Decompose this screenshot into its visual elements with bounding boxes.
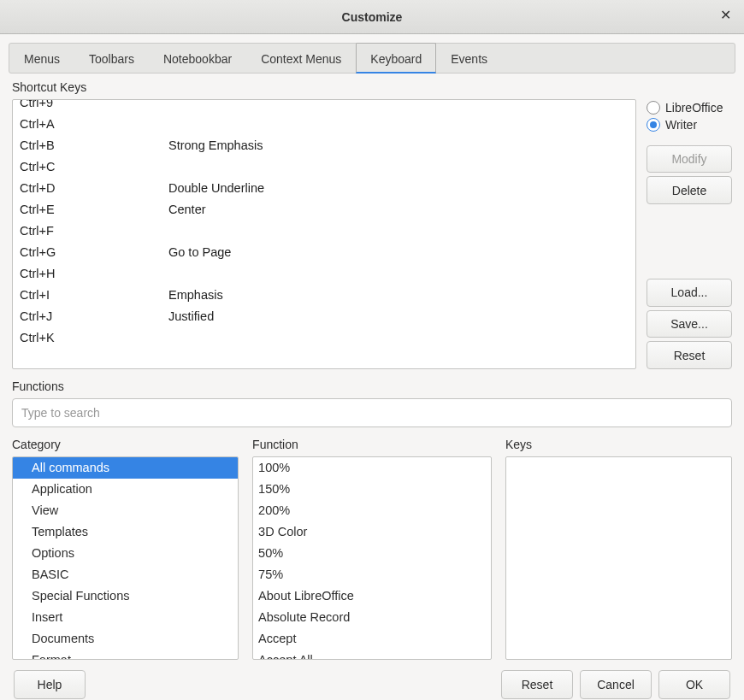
load-button[interactable]: Load...: [647, 279, 732, 307]
function-item[interactable]: 100%: [253, 457, 491, 479]
function-item[interactable]: 50%: [253, 543, 491, 564]
reset-button[interactable]: Reset: [501, 670, 573, 699]
radio-icon: [647, 118, 660, 132]
function-item[interactable]: Absolute Record: [253, 607, 491, 628]
function-item[interactable]: About LibreOffice: [253, 585, 491, 607]
tab-notebookbar[interactable]: Notebookbar: [149, 43, 246, 74]
window-title: Customize: [342, 10, 403, 24]
shortcut-key: Ctrl+B: [20, 138, 168, 152]
category-header: Category: [12, 438, 239, 451]
shortcut-row[interactable]: Ctrl+C: [13, 156, 635, 177]
shortcut-row[interactable]: Ctrl+9: [13, 99, 635, 113]
shortcut-row[interactable]: Ctrl+F: [13, 220, 635, 241]
category-item[interactable]: View: [13, 500, 238, 521]
scope-radio-writer[interactable]: Writer: [647, 116, 732, 133]
category-item[interactable]: All commands: [13, 457, 238, 479]
close-icon[interactable]: ✕: [717, 7, 734, 24]
save-button[interactable]: Save...: [647, 310, 732, 338]
tab-events[interactable]: Events: [436, 43, 502, 74]
category-item[interactable]: Insert: [13, 607, 238, 628]
function-item[interactable]: Accept: [253, 628, 491, 650]
shortcut-key: Ctrl+A: [20, 117, 168, 131]
help-button[interactable]: Help: [14, 670, 86, 699]
shortcut-key: Ctrl+D: [20, 181, 168, 195]
cancel-button[interactable]: Cancel: [580, 670, 652, 699]
tab-bar: MenusToolbarsNotebookbarContext MenusKey…: [9, 43, 735, 74]
radio-label: Writer: [665, 118, 697, 132]
shortcut-key: Ctrl+K: [20, 331, 168, 344]
shortcut-row[interactable]: Ctrl+JJustified: [13, 305, 635, 326]
category-item[interactable]: Options: [13, 543, 238, 564]
shortcut-action: Justified: [168, 309, 629, 323]
function-list[interactable]: 100%150%200%3D Color50%75%About LibreOff…: [252, 456, 492, 660]
shortcut-action: Strong Emphasis: [168, 138, 629, 152]
shortcut-key: Ctrl+J: [20, 309, 168, 323]
shortcut-action: Double Underline: [168, 181, 629, 195]
shortcut-row[interactable]: Ctrl+K: [13, 326, 635, 348]
category-item[interactable]: Documents: [13, 628, 238, 650]
tab-menus[interactable]: Menus: [9, 43, 74, 74]
delete-button[interactable]: Delete: [647, 176, 732, 204]
tab-toolbars[interactable]: Toolbars: [74, 43, 149, 74]
category-item[interactable]: BASIC: [13, 564, 238, 585]
function-item[interactable]: 75%: [253, 564, 491, 585]
titlebar: Customize ✕: [0, 0, 744, 34]
tab-context-menus[interactable]: Context Menus: [246, 43, 356, 74]
function-header: Function: [252, 438, 492, 451]
shortcut-keys-list[interactable]: Ctrl+9Ctrl+ACtrl+BStrong EmphasisCtrl+CC…: [12, 99, 636, 369]
shortcut-row[interactable]: Ctrl+A: [13, 113, 635, 134]
tab-keyboard[interactable]: Keyboard: [356, 43, 436, 74]
shortcut-keys-label: Shortcut Keys: [12, 80, 732, 94]
shortcut-key: Ctrl+C: [20, 160, 168, 174]
shortcut-key: Ctrl+9: [20, 99, 168, 109]
category-item[interactable]: Special Functions: [13, 585, 238, 607]
shortcut-key: Ctrl+H: [20, 267, 168, 280]
category-item[interactable]: Templates: [13, 521, 238, 543]
function-item[interactable]: 3D Color: [253, 521, 491, 543]
shortcut-row[interactable]: Ctrl+H: [13, 262, 635, 284]
shortcut-key: Ctrl+I: [20, 288, 168, 302]
keys-header: Keys: [505, 438, 732, 451]
category-item[interactable]: Application: [13, 479, 238, 500]
reset-side-button[interactable]: Reset: [647, 341, 732, 369]
radio-icon: [647, 101, 660, 115]
shortcut-action: Center: [168, 203, 629, 216]
shortcut-action: Emphasis: [168, 288, 629, 302]
shortcut-row[interactable]: Ctrl+ECenter: [13, 198, 635, 220]
category-item[interactable]: Format: [13, 650, 238, 660]
modify-button[interactable]: Modify: [647, 145, 732, 174]
functions-label: Functions: [12, 379, 732, 393]
category-list[interactable]: All commandsApplicationViewTemplatesOpti…: [12, 456, 239, 660]
shortcut-row[interactable]: Ctrl+DDouble Underline: [13, 177, 635, 198]
radio-label: LibreOffice: [665, 101, 723, 115]
scope-radio-libreoffice[interactable]: LibreOffice: [647, 99, 732, 116]
function-item[interactable]: Accept All: [253, 650, 491, 660]
function-item[interactable]: 200%: [253, 500, 491, 521]
shortcut-key: Ctrl+F: [20, 224, 168, 238]
shortcut-row[interactable]: Ctrl+GGo to Page: [13, 241, 635, 262]
shortcut-row[interactable]: Ctrl+BStrong Emphasis: [13, 134, 635, 156]
shortcut-key: Ctrl+G: [20, 245, 168, 259]
keys-list[interactable]: [505, 456, 732, 660]
search-input[interactable]: [12, 398, 732, 427]
shortcut-action: Go to Page: [168, 245, 629, 259]
ok-button[interactable]: OK: [658, 670, 730, 699]
shortcut-key: Ctrl+E: [20, 203, 168, 216]
shortcut-row[interactable]: Ctrl+IEmphasis: [13, 284, 635, 305]
function-item[interactable]: 150%: [253, 479, 491, 500]
